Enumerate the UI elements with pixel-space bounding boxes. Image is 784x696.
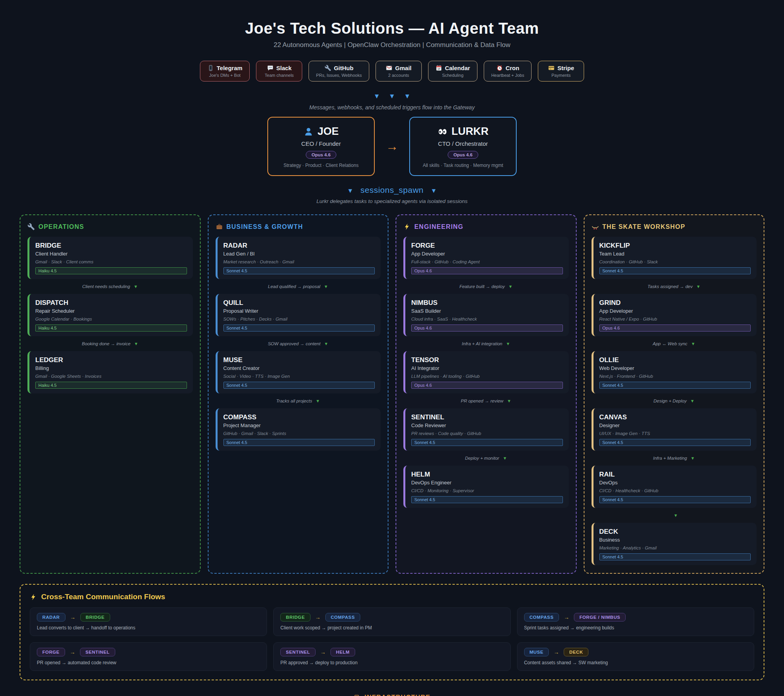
calendar-icon: 17 bbox=[436, 65, 442, 71]
joe-model-badge: Opus 4.6 bbox=[306, 151, 337, 159]
down-triangle-icon: ▼ bbox=[374, 92, 380, 100]
bolt-icon bbox=[403, 223, 411, 230]
infrastructure-header: INFRASTRUCTURE bbox=[20, 694, 764, 696]
agent-role: Project Manager bbox=[223, 422, 375, 428]
lurkr-name: LURKR bbox=[452, 125, 489, 138]
agent-link-label: App ↔ Web sync bbox=[653, 341, 688, 346]
agent-model-bar: Opus 4.6 bbox=[411, 267, 563, 274]
team-column: ENGINEERING FORGE App Developer Full-sta… bbox=[396, 214, 577, 574]
down-triangle-icon: ▼ bbox=[696, 284, 701, 289]
gateway-arrows: ▼▼▼ bbox=[20, 92, 764, 100]
agent-role: Client Handler bbox=[35, 251, 187, 257]
alarm-clock-icon bbox=[496, 65, 503, 71]
agent-link-row: Design + Deploy ▼ bbox=[592, 393, 757, 408]
down-triangle-icon: ▼ bbox=[431, 187, 437, 194]
flow-description: PR approved → deploy to production bbox=[280, 660, 503, 665]
agent-model-bar: Opus 4.6 bbox=[599, 324, 751, 332]
agent-link-label: Lead qualified → proposal bbox=[268, 284, 320, 289]
flow-item: MUSE → DECK Content assets shared → SW m… bbox=[517, 642, 754, 671]
person-icon bbox=[303, 127, 314, 137]
svg-text:17: 17 bbox=[437, 68, 440, 70]
agent-tools: Cloud infra · SaaS · Healthcheck bbox=[411, 317, 563, 321]
agent-link-row: SOW approved → content ▼ bbox=[216, 336, 381, 351]
agent-tools: Market research · Outreach · Gmail bbox=[223, 259, 375, 264]
lurkr-model-badge: Opus 4.6 bbox=[448, 151, 479, 159]
channel-desc: Scheduling bbox=[436, 73, 470, 78]
flow-to-pill: BRIDGE bbox=[80, 613, 110, 622]
joe-role: CEO / Founder bbox=[274, 140, 368, 147]
right-arrow-icon: → bbox=[70, 649, 75, 655]
agent-tools: Next.js · Frontend · GitHub bbox=[599, 374, 751, 379]
flow-to-pill: COMPASS bbox=[325, 613, 361, 622]
right-arrow-icon: → bbox=[315, 614, 321, 620]
channel-box: GitHub PRs, Issues, Webhooks bbox=[309, 61, 369, 82]
agent-tools: GitHub · Gmail · Slack · Sprints bbox=[223, 431, 375, 436]
agent-tools: PR reviews · Code quality · GitHub bbox=[411, 431, 563, 436]
agent-card: LEDGER Billing Gmail · Google Sheets · I… bbox=[27, 351, 193, 393]
flows-grid: RADAR → BRIDGE Lead converts to client →… bbox=[30, 607, 754, 671]
right-arrow-icon: → bbox=[564, 614, 569, 620]
flow-from-pill: COMPASS bbox=[524, 613, 559, 622]
down-triangle-icon: ▼ bbox=[324, 341, 328, 346]
agent-role: Lead Gen / BI bbox=[223, 251, 375, 257]
agent-model-bar: Haiku 4.5 bbox=[35, 324, 187, 332]
agent-name: DISPATCH bbox=[35, 299, 187, 307]
agent-link-row: ▼ bbox=[592, 508, 757, 523]
agent-card: HELM DevOps Engineer CI/CD · Monitoring … bbox=[403, 466, 569, 508]
agent-name: QUILL bbox=[223, 299, 375, 307]
agent-card: CANVAS Designer UI/UX · Image Gen · TTS … bbox=[592, 408, 757, 451]
agents-list: BRIDGE Client Handler Gmail · Slack · Cl… bbox=[27, 237, 193, 393]
email-icon bbox=[386, 65, 392, 71]
agent-link-label: SOW approved → content bbox=[268, 341, 320, 346]
channel-box: Slack Team channels bbox=[256, 61, 302, 82]
right-arrow-icon: → bbox=[386, 139, 398, 154]
agent-role: Billing bbox=[35, 365, 187, 371]
flow-description: PR opened → automated code review bbox=[37, 660, 260, 665]
agent-card: OLLIE Web Developer Next.js · Frontend ·… bbox=[592, 351, 757, 393]
phone-icon bbox=[207, 65, 214, 71]
agent-role: Web Developer bbox=[599, 365, 751, 371]
agent-card: SENTINEL Code Reviewer PR reviews · Code… bbox=[403, 408, 569, 451]
channel-label: Slack bbox=[276, 65, 292, 71]
agent-role: Designer bbox=[599, 422, 751, 428]
agent-name: FORGE bbox=[411, 242, 563, 250]
wrench-icon bbox=[325, 65, 331, 71]
agent-link-label: PR opened → review bbox=[461, 399, 503, 403]
flow-from-pill: RADAR bbox=[37, 613, 65, 622]
flow-from-pill: BRIDGE bbox=[280, 613, 310, 622]
agent-model-bar: Sonnet 4.5 bbox=[223, 324, 375, 332]
down-triangle-icon: ▼ bbox=[389, 92, 396, 100]
team-column: THE SKATE WORKSHOP KICKFLIP Team Lead Co… bbox=[584, 214, 765, 574]
agent-tools: Coordination · GitHub · Slack bbox=[599, 259, 751, 264]
right-arrow-icon: → bbox=[320, 649, 326, 655]
flow-from-pill: FORGE bbox=[37, 648, 65, 656]
lurkr-role: CTO / Orchestrator bbox=[416, 140, 510, 147]
flow-description: Sprint tasks assigned → engineering buil… bbox=[524, 625, 747, 631]
flow-description: Client work scoped → project created in … bbox=[280, 625, 503, 631]
agent-tools: SOWs · Pitches · Decks · Gmail bbox=[223, 317, 375, 321]
input-channels-row: Telegram Joe's DMs + Bot Slack Team chan… bbox=[20, 61, 764, 82]
down-triangle-icon: ▼ bbox=[324, 284, 328, 289]
agent-link-label: Tracks all projects bbox=[276, 399, 312, 403]
agent-role: Repair Scheduler bbox=[35, 308, 187, 314]
agent-card: RADAR Lead Gen / BI Market research · Ou… bbox=[216, 237, 381, 279]
agent-link-label: Deploy + monitor bbox=[465, 456, 499, 460]
agent-role: AI Integrator bbox=[411, 365, 563, 371]
flow-description: Lead converts to client → handoff to ope… bbox=[37, 625, 260, 631]
gateway-note: Messages, webhooks, and scheduled trigge… bbox=[20, 104, 764, 111]
sessions-spawn-row: ▼sessions_spawn▼ bbox=[20, 185, 764, 195]
agent-link-label: Booking done → invoice bbox=[82, 341, 131, 346]
down-triangle-icon: ▼ bbox=[691, 456, 695, 460]
down-triangle-icon: ▼ bbox=[506, 341, 510, 346]
agent-name: LEDGER bbox=[35, 356, 187, 364]
down-triangle-icon: ▼ bbox=[404, 92, 410, 100]
channel-label: Cron bbox=[506, 65, 519, 71]
channel-desc: PRs, Issues, Webhooks bbox=[316, 73, 362, 78]
right-arrow-icon: → bbox=[554, 649, 559, 655]
sessions-spawn-note: Lurkr delegates tasks to specialized age… bbox=[20, 198, 764, 204]
skateboard-icon bbox=[592, 223, 599, 230]
team-title: OPERATIONS bbox=[38, 223, 84, 230]
agent-name: DECK bbox=[599, 528, 751, 536]
agents-list: KICKFLIP Team Lead Coordination · GitHub… bbox=[592, 237, 757, 565]
agent-name: OLLIE bbox=[599, 356, 751, 364]
